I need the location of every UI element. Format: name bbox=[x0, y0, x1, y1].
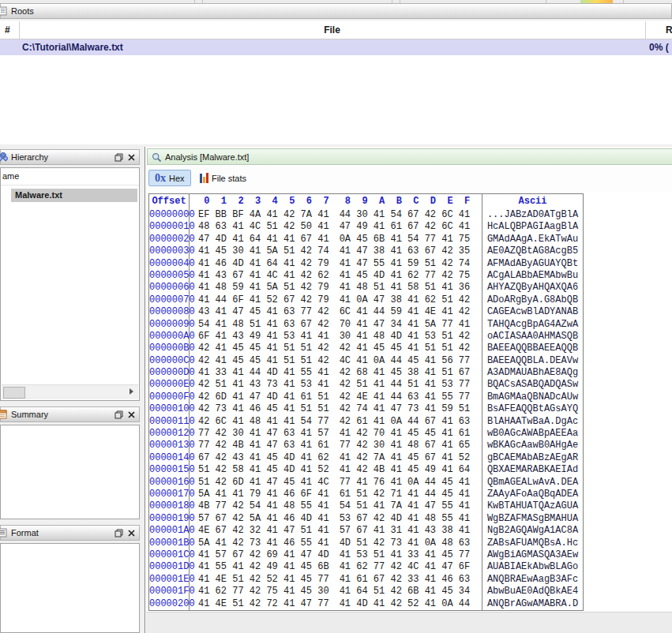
hierarchy-item-malware[interactable]: Malware.txt bbox=[11, 189, 137, 202]
hex-ascii[interactable]: AE0AZQBtAG8AcgB5 bbox=[482, 245, 583, 257]
hex-offset: 000001A0 bbox=[149, 525, 190, 537]
hex-bytes[interactable]: 41 4E 51 42 72 41 47 7741 4D 41 42 52 41… bbox=[190, 598, 482, 610]
hex-ascii[interactable]: ZABsAFUAMQBsA.Hc bbox=[482, 537, 583, 549]
hex-ascii[interactable]: QBXAEMARABKAEIAd bbox=[482, 464, 583, 476]
hex-bytes[interactable]: 57 67 42 5A 41 46 4D 4153 67 42 4D 41 48… bbox=[190, 513, 482, 525]
hex-ascii[interactable]: BQACsASABQADQASw bbox=[482, 379, 583, 391]
summary-panel-titlebar[interactable]: Summary bbox=[0, 406, 140, 422]
hex-offset: 000001D0 bbox=[149, 561, 190, 573]
roots-panel-titlebar[interactable]: Roots bbox=[0, 3, 672, 19]
hex-ascii[interactable]: TAHQAcgBpAG4AZwA bbox=[482, 319, 583, 331]
hex-ascii[interactable]: NgB2AGQAWgA1AC8A bbox=[482, 525, 583, 537]
hex-bytes[interactable]: 42 41 45 45 41 51 51 4242 41 45 45 41 51… bbox=[190, 343, 482, 354]
hierarchy-panel-titlebar[interactable]: Hierarchy bbox=[0, 149, 140, 165]
hex-ascii[interactable]: QBmAGEALwAvA.DEA bbox=[482, 477, 583, 489]
hex-ascii[interactable]: ACgALABbAEMAbwBu bbox=[482, 270, 583, 282]
format-content bbox=[0, 543, 140, 633]
hex-ascii[interactable]: BAEEAQQBBAEEAQQB bbox=[482, 343, 583, 354]
hex-ascii[interactable]: KwBTAHUATQAzAGUA bbox=[482, 500, 583, 512]
hex-ascii[interactable]: AHYAZQByAHQAXQA6 bbox=[482, 282, 583, 294]
hex-bytes[interactable]: 4B 77 42 54 41 48 55 4154 51 41 7A 41 47… bbox=[190, 500, 482, 512]
hex-ascii[interactable]: AFMAdAByAGUAYQBt bbox=[482, 258, 583, 270]
hex-row: 000001E041 4E 51 42 52 41 45 7741 61 67 … bbox=[149, 574, 583, 586]
hex-offset: 000000A0 bbox=[149, 331, 190, 343]
hex-bytes[interactable]: 41 46 4D 41 64 41 42 7941 47 55 41 59 51… bbox=[190, 258, 482, 270]
hex-bytes[interactable]: EF BB BF 4A 41 42 7A 4144 30 41 54 67 42… bbox=[190, 209, 482, 221]
hex-bytes[interactable]: 51 42 6D 41 47 45 41 4C77 41 76 41 0A 44… bbox=[190, 477, 482, 489]
float-button[interactable] bbox=[115, 410, 123, 419]
hex-ascii[interactable]: ...JABzAD0ATgBlA bbox=[482, 209, 583, 221]
hex-bytes[interactable]: 48 63 41 4C 51 42 50 4147 49 41 61 67 42… bbox=[190, 221, 482, 233]
hex-bytes[interactable]: 6F 41 43 49 41 53 41 4130 41 48 4D 41 53… bbox=[190, 331, 482, 343]
hex-bytes[interactable]: 42 6D 41 47 4D 41 61 5142 4E 41 44 63 41… bbox=[190, 391, 482, 403]
close-button[interactable] bbox=[127, 410, 136, 419]
hex-ascii[interactable]: A3ADMAUABhAE8AQg bbox=[482, 367, 583, 379]
hex-bytes[interactable]: 41 45 30 41 5A 51 42 7441 47 38 41 63 67… bbox=[190, 245, 482, 257]
hex-ascii[interactable]: HcALQBPAGIAagBlA bbox=[482, 221, 583, 233]
hex-offset: 000000C0 bbox=[149, 355, 190, 367]
hex-ascii[interactable]: ZAAyAFoAaQBqADEA bbox=[482, 489, 583, 500]
hierarchy-column-header[interactable]: ame bbox=[2, 171, 19, 181]
hex-bytes[interactable]: 41 57 67 42 69 41 47 4D41 53 51 41 33 41… bbox=[190, 549, 482, 561]
hex-ascii[interactable]: BlAHAATwBaA.DgAc bbox=[482, 416, 583, 428]
hex-bytes[interactable]: 47 4D 41 64 41 41 67 410A 45 6B 41 54 77… bbox=[190, 234, 482, 245]
hex-bytes[interactable]: 54 41 48 51 41 63 67 4270 41 47 34 41 5A… bbox=[190, 319, 482, 331]
roots-icon bbox=[0, 6, 8, 16]
hex-bytes[interactable]: 41 33 41 44 4D 41 55 4142 68 41 45 38 41… bbox=[190, 367, 482, 379]
hex-ascii[interactable]: wB0AGcAWABpAEEAa bbox=[482, 428, 583, 440]
hex-bytes[interactable]: 4E 67 42 32 41 47 51 4157 67 41 31 41 43… bbox=[190, 525, 482, 537]
close-button[interactable] bbox=[127, 153, 136, 162]
hex-ascii[interactable]: gBCAEMAbABzAEgAR bbox=[482, 452, 583, 464]
hex-ascii[interactable]: AUABIAEkAbwBLAGo bbox=[482, 561, 583, 573]
hex-ascii[interactable]: wBKAGcAawB0AHgAe bbox=[482, 440, 583, 451]
format-panel-titlebar[interactable]: Format bbox=[0, 525, 140, 541]
column-header-number[interactable]: # bbox=[5, 24, 10, 36]
tab-file-stats[interactable]: File stats bbox=[194, 170, 252, 186]
float-button[interactable] bbox=[115, 153, 123, 162]
hex-bytes[interactable]: 41 55 41 42 49 41 45 6B41 62 77 42 4C 41… bbox=[190, 561, 482, 573]
hex-ascii[interactable]: oACIASAA0AHMASQB bbox=[482, 331, 583, 343]
hex-bytes[interactable]: 51 42 58 41 45 4D 41 5241 42 4B 41 45 49… bbox=[190, 464, 482, 476]
hex-bytes[interactable]: 41 4E 51 42 52 41 45 7741 61 67 42 33 41… bbox=[190, 574, 482, 586]
hex-bytes[interactable]: 5A 41 41 79 41 46 6F 4161 51 42 71 41 44… bbox=[190, 489, 482, 500]
hex-ascii[interactable]: BsAFEAQQBtAGsAYQ bbox=[482, 403, 583, 415]
hex-bytes[interactable]: 42 73 41 46 45 41 51 5142 74 41 47 73 41… bbox=[190, 403, 482, 415]
hex-ascii[interactable]: ADoARgByA.G8AbQB bbox=[482, 294, 583, 306]
hex-bytes[interactable]: 42 6C 41 48 41 41 54 7742 61 41 0A 44 67… bbox=[190, 416, 482, 428]
tab-hex[interactable]: 0x Hex bbox=[148, 170, 191, 186]
float-button[interactable] bbox=[115, 529, 123, 537]
hex-ascii[interactable]: AbwBuAE0AdQBkAE4 bbox=[482, 586, 583, 597]
hex-bytes[interactable]: 5A 41 42 73 41 46 55 414D 51 42 73 41 0A… bbox=[190, 537, 482, 549]
hex-bytes[interactable]: 41 48 59 41 5A 51 42 7941 48 51 41 58 51… bbox=[190, 282, 482, 294]
column-header-progress[interactable]: R bbox=[666, 24, 672, 36]
column-header-file[interactable]: File bbox=[19, 24, 645, 36]
scrollbar-thumb[interactable] bbox=[3, 387, 25, 399]
hex-bytes[interactable]: 43 41 47 45 41 63 77 426C 41 44 59 41 4E… bbox=[190, 306, 482, 318]
hex-offset: 000001F0 bbox=[149, 586, 190, 597]
hex-row: 000001F041 62 77 42 75 41 45 3041 64 51 … bbox=[149, 586, 583, 597]
scroll-right-arrow-icon[interactable] bbox=[130, 388, 133, 395]
roots-file-row[interactable]: C:\Tutorial\Malware.txt 0% ( bbox=[0, 39, 672, 55]
hex-bytes[interactable]: 77 42 4B 41 47 63 41 6177 42 30 41 48 67… bbox=[190, 440, 482, 451]
hex-ascii[interactable]: WgBZAFMASgBMAHUA bbox=[482, 513, 583, 525]
roots-title: Roots bbox=[11, 6, 34, 16]
hex-ascii[interactable]: ANQBrAGwAMABRA.D bbox=[482, 598, 583, 610]
hex-bytes[interactable]: 41 44 6F 41 52 67 42 7941 0A 47 38 41 62… bbox=[190, 294, 482, 306]
analysis-titlebar[interactable]: Analysis [Malware.txt] bbox=[147, 148, 672, 165]
close-button[interactable] bbox=[127, 529, 136, 537]
hex-bytes[interactable]: 42 41 45 45 41 51 51 424C 41 0A 44 45 41… bbox=[190, 355, 482, 367]
hex-bytes[interactable]: 67 42 43 41 45 4D 41 6241 42 7A 41 45 67… bbox=[190, 452, 482, 464]
hex-ascii[interactable]: AWgBiAGMASQA3AEw bbox=[482, 549, 583, 561]
hex-ascii[interactable]: BmAGMAaQBNADcAUw bbox=[482, 391, 583, 403]
hex-ascii[interactable]: BAEEAQQBLA.DEAVw bbox=[482, 355, 583, 367]
hex-ascii[interactable]: ANQBRAEwAagB3AFc bbox=[482, 574, 583, 586]
hex-row: 0000009054 41 48 51 41 63 67 4270 41 47 … bbox=[149, 319, 583, 331]
hex-ascii[interactable]: CAGEAcwBlADYANAB bbox=[482, 306, 583, 318]
hex-ascii[interactable]: GMAdAAgA.EkATwAu bbox=[482, 234, 583, 245]
hex-bytes[interactable]: 41 43 67 41 4C 41 42 6241 45 4D 41 62 77… bbox=[190, 270, 482, 282]
hex-bytes[interactable]: 42 51 41 43 73 41 53 4142 51 41 44 51 41… bbox=[190, 379, 482, 391]
hex-bytes[interactable]: 41 62 77 42 75 41 45 3041 64 51 42 6B 41… bbox=[190, 586, 482, 597]
hex-row: 000001804B 77 42 54 41 48 55 4154 51 41 … bbox=[149, 500, 583, 512]
horizontal-scrollbar[interactable] bbox=[2, 384, 138, 399]
hex-bytes[interactable]: 77 42 30 41 47 63 41 5741 42 70 41 45 45… bbox=[190, 428, 482, 440]
